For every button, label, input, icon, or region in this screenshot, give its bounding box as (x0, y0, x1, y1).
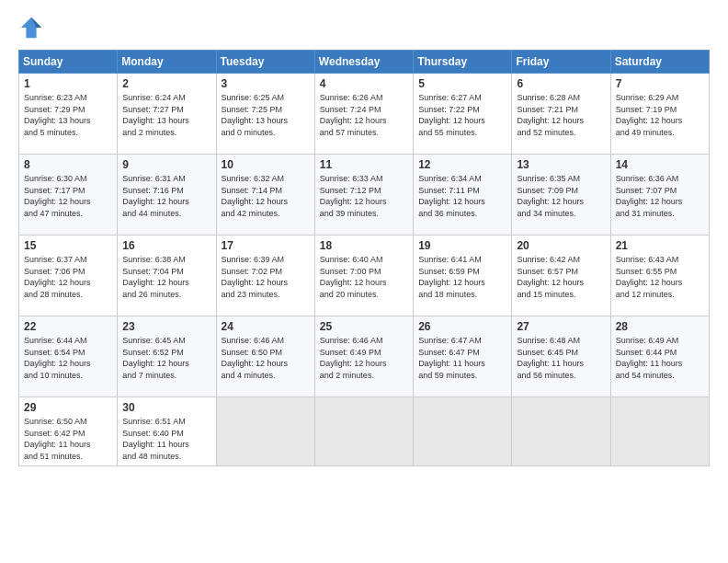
day-number: 19 (418, 239, 507, 252)
day-info: Sunrise: 6:40 AM Sunset: 7:00 PM Dayligh… (320, 254, 409, 300)
calendar-cell: 24Sunrise: 6:46 AM Sunset: 6:50 PM Dayli… (216, 316, 314, 397)
calendar-cell: 4Sunrise: 6:26 AM Sunset: 7:24 PM Daylig… (314, 74, 413, 155)
day-info: Sunrise: 6:38 AM Sunset: 7:04 PM Dayligh… (122, 254, 211, 300)
calendar-cell (216, 397, 314, 466)
day-number: 10 (222, 158, 311, 171)
calendar-cell: 26Sunrise: 6:47 AM Sunset: 6:47 PM Dayli… (414, 316, 512, 397)
day-info: Sunrise: 6:51 AM Sunset: 6:40 PM Dayligh… (122, 416, 211, 462)
day-number: 30 (122, 401, 211, 414)
calendar-cell: 22Sunrise: 6:44 AM Sunset: 6:54 PM Dayli… (19, 316, 118, 397)
calendar-body: 1Sunrise: 6:23 AM Sunset: 7:29 PM Daylig… (19, 74, 710, 466)
logo (18, 15, 48, 40)
weekday-header-row: SundayMondayTuesdayWednesdayThursdayFrid… (19, 51, 710, 74)
day-number: 7 (616, 77, 705, 90)
day-number: 15 (24, 239, 113, 252)
calendar-cell: 8Sunrise: 6:30 AM Sunset: 7:17 PM Daylig… (19, 155, 118, 236)
calendar-cell: 3Sunrise: 6:25 AM Sunset: 7:25 PM Daylig… (216, 74, 314, 155)
day-number: 21 (616, 239, 705, 252)
calendar-table: SundayMondayTuesdayWednesdayThursdayFrid… (18, 50, 710, 466)
calendar-week-2: 8Sunrise: 6:30 AM Sunset: 7:17 PM Daylig… (19, 155, 710, 236)
day-info: Sunrise: 6:45 AM Sunset: 6:52 PM Dayligh… (122, 335, 211, 381)
day-info: Sunrise: 6:27 AM Sunset: 7:22 PM Dayligh… (418, 92, 507, 138)
day-info: Sunrise: 6:44 AM Sunset: 6:54 PM Dayligh… (24, 335, 113, 381)
day-number: 5 (418, 77, 507, 90)
calendar-cell: 27Sunrise: 6:48 AM Sunset: 6:45 PM Dayli… (512, 316, 610, 397)
day-info: Sunrise: 6:33 AM Sunset: 7:12 PM Dayligh… (320, 173, 409, 219)
weekday-header-sunday: Sunday (19, 51, 118, 74)
day-info: Sunrise: 6:28 AM Sunset: 7:21 PM Dayligh… (517, 92, 606, 138)
calendar-cell: 10Sunrise: 6:32 AM Sunset: 7:14 PM Dayli… (216, 155, 314, 236)
day-number: 8 (24, 158, 113, 171)
calendar-cell: 7Sunrise: 6:29 AM Sunset: 7:19 PM Daylig… (610, 74, 709, 155)
day-number: 24 (222, 320, 311, 333)
calendar-cell: 15Sunrise: 6:37 AM Sunset: 7:06 PM Dayli… (19, 236, 118, 316)
day-info: Sunrise: 6:29 AM Sunset: 7:19 PM Dayligh… (616, 92, 705, 138)
calendar-header: SundayMondayTuesdayWednesdayThursdayFrid… (19, 51, 710, 74)
calendar-cell (610, 397, 709, 466)
weekday-header-tuesday: Tuesday (216, 51, 314, 74)
calendar-week-4: 22Sunrise: 6:44 AM Sunset: 6:54 PM Dayli… (19, 316, 710, 397)
day-info: Sunrise: 6:26 AM Sunset: 7:24 PM Dayligh… (320, 92, 409, 138)
day-info: Sunrise: 6:32 AM Sunset: 7:14 PM Dayligh… (222, 173, 311, 219)
day-info: Sunrise: 6:48 AM Sunset: 6:45 PM Dayligh… (517, 335, 606, 381)
day-number: 4 (320, 77, 409, 90)
day-number: 2 (122, 77, 211, 90)
weekday-header-monday: Monday (118, 51, 216, 74)
calendar-cell: 2Sunrise: 6:24 AM Sunset: 7:27 PM Daylig… (118, 74, 216, 155)
day-info: Sunrise: 6:35 AM Sunset: 7:09 PM Dayligh… (517, 173, 606, 219)
day-info: Sunrise: 6:36 AM Sunset: 7:07 PM Dayligh… (616, 173, 705, 219)
calendar-cell: 25Sunrise: 6:46 AM Sunset: 6:49 PM Dayli… (314, 316, 413, 397)
day-number: 17 (222, 239, 311, 252)
day-info: Sunrise: 6:49 AM Sunset: 6:44 PM Dayligh… (616, 335, 705, 381)
day-number: 22 (24, 320, 113, 333)
day-info: Sunrise: 6:30 AM Sunset: 7:17 PM Dayligh… (24, 173, 113, 219)
day-info: Sunrise: 6:24 AM Sunset: 7:27 PM Dayligh… (122, 92, 211, 138)
weekday-header-wednesday: Wednesday (314, 51, 413, 74)
day-info: Sunrise: 6:46 AM Sunset: 6:50 PM Dayligh… (222, 335, 311, 381)
day-number: 23 (122, 320, 211, 333)
day-info: Sunrise: 6:23 AM Sunset: 7:29 PM Dayligh… (24, 92, 113, 138)
day-info: Sunrise: 6:47 AM Sunset: 6:47 PM Dayligh… (418, 335, 507, 381)
day-info: Sunrise: 6:43 AM Sunset: 6:55 PM Dayligh… (616, 254, 705, 300)
day-number: 13 (517, 158, 606, 171)
calendar-cell: 5Sunrise: 6:27 AM Sunset: 7:22 PM Daylig… (414, 74, 512, 155)
day-info: Sunrise: 6:34 AM Sunset: 7:11 PM Dayligh… (418, 173, 507, 219)
day-number: 11 (320, 158, 409, 171)
day-info: Sunrise: 6:37 AM Sunset: 7:06 PM Dayligh… (24, 254, 113, 300)
day-number: 20 (517, 239, 606, 252)
calendar-week-5: 29Sunrise: 6:50 AM Sunset: 6:42 PM Dayli… (19, 397, 710, 466)
calendar-cell: 23Sunrise: 6:45 AM Sunset: 6:52 PM Dayli… (118, 316, 216, 397)
calendar-cell: 9Sunrise: 6:31 AM Sunset: 7:16 PM Daylig… (118, 155, 216, 236)
calendar-cell: 14Sunrise: 6:36 AM Sunset: 7:07 PM Dayli… (610, 155, 709, 236)
calendar-cell: 18Sunrise: 6:40 AM Sunset: 7:00 PM Dayli… (314, 236, 413, 316)
day-number: 27 (517, 320, 606, 333)
day-number: 6 (517, 77, 606, 90)
weekday-header-saturday: Saturday (610, 51, 709, 74)
calendar-cell: 6Sunrise: 6:28 AM Sunset: 7:21 PM Daylig… (512, 74, 610, 155)
calendar-cell: 28Sunrise: 6:49 AM Sunset: 6:44 PM Dayli… (610, 316, 709, 397)
day-info: Sunrise: 6:39 AM Sunset: 7:02 PM Dayligh… (222, 254, 311, 300)
day-number: 29 (24, 401, 113, 414)
calendar-cell: 29Sunrise: 6:50 AM Sunset: 6:42 PM Dayli… (19, 397, 118, 466)
page: SundayMondayTuesdayWednesdayThursdayFrid… (0, 0, 728, 563)
day-info: Sunrise: 6:25 AM Sunset: 7:25 PM Dayligh… (222, 92, 311, 138)
day-number: 1 (24, 77, 113, 90)
day-info: Sunrise: 6:31 AM Sunset: 7:16 PM Dayligh… (122, 173, 211, 219)
calendar-cell: 19Sunrise: 6:41 AM Sunset: 6:59 PM Dayli… (414, 236, 512, 316)
calendar-cell: 17Sunrise: 6:39 AM Sunset: 7:02 PM Dayli… (216, 236, 314, 316)
day-number: 16 (122, 239, 211, 252)
day-info: Sunrise: 6:46 AM Sunset: 6:49 PM Dayligh… (320, 335, 409, 381)
day-info: Sunrise: 6:41 AM Sunset: 6:59 PM Dayligh… (418, 254, 507, 300)
calendar-cell: 12Sunrise: 6:34 AM Sunset: 7:11 PM Dayli… (414, 155, 512, 236)
day-info: Sunrise: 6:42 AM Sunset: 6:57 PM Dayligh… (517, 254, 606, 300)
day-number: 3 (222, 77, 311, 90)
calendar-cell: 21Sunrise: 6:43 AM Sunset: 6:55 PM Dayli… (610, 236, 709, 316)
day-number: 18 (320, 239, 409, 252)
day-number: 9 (122, 158, 211, 171)
day-info: Sunrise: 6:50 AM Sunset: 6:42 PM Dayligh… (24, 416, 113, 462)
day-number: 25 (320, 320, 409, 333)
calendar-cell (314, 397, 413, 466)
day-number: 12 (418, 158, 507, 171)
calendar-week-1: 1Sunrise: 6:23 AM Sunset: 7:29 PM Daylig… (19, 74, 710, 155)
logo-icon (18, 15, 44, 40)
